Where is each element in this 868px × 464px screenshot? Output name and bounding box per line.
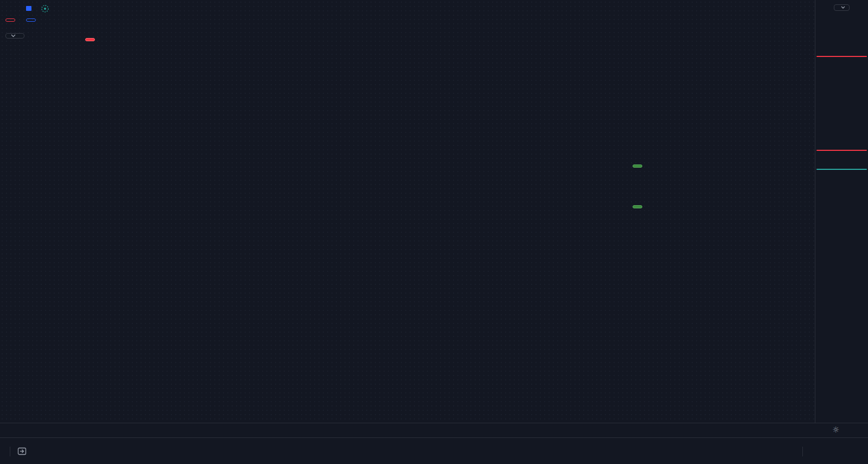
log-scale-button[interactable]: [822, 449, 827, 454]
target-flag-44000[interactable]: [633, 164, 642, 168]
symbol-header: [5, 4, 78, 13]
buy-price-button[interactable]: [26, 18, 36, 22]
axis-badge-current-price: [816, 169, 867, 170]
flag-icon[interactable]: [25, 5, 33, 13]
axis-badge-alert-top: [816, 56, 867, 57]
clock-readout[interactable]: [788, 449, 793, 454]
axis-badge-alert-mid: [816, 150, 867, 151]
auto-scale-button[interactable]: [832, 449, 837, 454]
bar-count-dropdown[interactable]: [5, 33, 24, 39]
chart-canvas[interactable]: [0, 0, 868, 464]
currency-dropdown[interactable]: [834, 4, 850, 11]
chevron-down-icon: [841, 6, 845, 9]
chevron-down-icon: [11, 34, 16, 37]
market-status-icon[interactable]: [41, 4, 49, 13]
price-axis[interactable]: [815, 0, 868, 437]
toolbar-divider: [802, 447, 803, 456]
bar-count-row: [5, 33, 24, 39]
target-flag-41000[interactable]: [633, 205, 642, 208]
time-axis[interactable]: ☼: [0, 423, 868, 438]
bottom-toolbar: [0, 437, 868, 464]
alert-flag-53500[interactable]: [85, 38, 95, 41]
go-to-date-icon[interactable]: [17, 447, 28, 456]
tradingview-chart-app: ☼: [0, 0, 868, 464]
bid-ask-row: [5, 18, 36, 22]
percent-scale-button[interactable]: [813, 449, 817, 454]
toolbar-divider: [10, 447, 10, 456]
sell-price-button[interactable]: [5, 18, 15, 22]
session-settings-icon[interactable]: ☼: [832, 425, 839, 435]
scale-controls: [788, 447, 837, 456]
